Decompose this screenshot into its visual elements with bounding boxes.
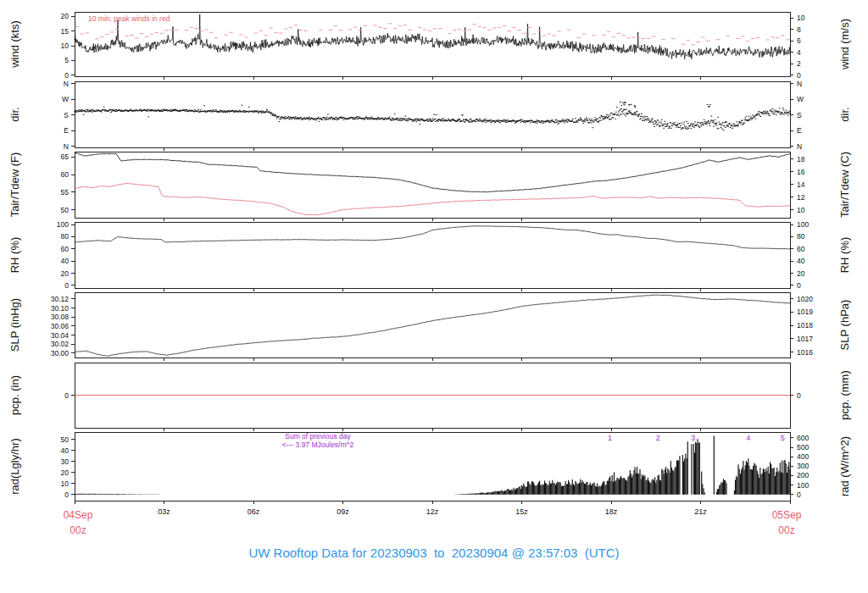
wind-dir-dot	[609, 119, 610, 120]
wind-dir-dot	[511, 121, 513, 122]
wind-dir-dot	[188, 111, 190, 112]
wind-dir-dot	[136, 109, 138, 110]
wind-dir-dot	[718, 128, 720, 129]
ytick-label: 100	[797, 481, 809, 490]
wind-dir-dot	[549, 120, 551, 121]
wind-dir-dot	[760, 112, 762, 113]
wind-dir-dot	[753, 118, 754, 119]
wind-dir-dot	[399, 118, 401, 119]
ytick-label: 20	[61, 12, 70, 20]
ytick-label: 55	[61, 188, 70, 197]
wind-dir-dot	[699, 122, 701, 123]
xtick-label: 15z	[515, 507, 528, 516]
wind-dir-dot	[269, 112, 270, 113]
wind-dir-dot	[670, 128, 672, 129]
wind-dir-dot	[87, 109, 89, 110]
wind-dir-dot	[458, 120, 459, 121]
wind-dir-dot	[398, 118, 399, 119]
wind-dir-dot	[780, 114, 782, 115]
ytick-label: S	[797, 111, 802, 119]
wind-dir-dot	[105, 109, 107, 110]
ylabel-left-temp: Tair/Tdew (F)	[8, 152, 21, 218]
ytick-label: 10	[61, 42, 70, 50]
wind-dir-dot	[520, 122, 522, 123]
wind-dir-dot	[415, 121, 417, 122]
wind-dir-dot	[594, 117, 596, 118]
wind-dir-dot	[704, 121, 706, 122]
wind-dir-dot	[663, 125, 665, 126]
wind-dir-dot	[697, 124, 698, 125]
wind-dir-dot	[453, 119, 455, 120]
wind-dir-dot	[581, 119, 583, 120]
wind-dir-dot	[745, 119, 747, 120]
wind-dir-dot	[765, 114, 767, 114]
xtick-label: 21z	[694, 507, 707, 516]
wind-dir-dot	[586, 117, 587, 118]
wind-dir-dot	[656, 122, 658, 123]
wind-dir-dot	[576, 122, 577, 123]
wind-dir-dot	[91, 110, 92, 111]
wind-dir-dot	[786, 110, 787, 111]
wind-dir-dot	[287, 117, 289, 118]
wind-dir-dot	[620, 102, 621, 103]
wind-dir-dot	[634, 112, 636, 113]
wind-dir-dot	[786, 114, 787, 114]
wind-dir-dot	[434, 114, 436, 115]
ytick-label: 5	[64, 56, 69, 64]
wind-dir-dot	[373, 118, 375, 119]
wind-dir-dot	[654, 120, 656, 121]
wind-dir-dot	[707, 104, 709, 105]
wind-dir-dot	[637, 111, 638, 112]
wind-dir-dot	[615, 112, 617, 113]
wind-dir-dot	[752, 115, 754, 116]
wind-dir-dot	[663, 128, 665, 129]
wind-dir-dot	[760, 116, 762, 117]
wind-dir-dot	[530, 122, 531, 123]
wind-dir-dot	[787, 115, 789, 116]
ytick-label: 0	[64, 71, 69, 80]
wind-dir-dot	[285, 116, 287, 117]
wind-dir-dot	[464, 119, 465, 120]
wind-dir-dot	[604, 119, 605, 119]
wind-dir-dot	[566, 121, 568, 122]
ytick-label: N	[797, 80, 802, 88]
wind-dir-dot	[388, 118, 390, 119]
wind-dir-dot	[765, 111, 766, 112]
wind-dir-dot	[155, 109, 157, 110]
wind-dir-dot	[558, 124, 559, 125]
wind-dir-dot	[646, 119, 648, 120]
wind-dir-dot	[775, 112, 776, 113]
wind-dir-dot	[654, 124, 655, 125]
wind-dir-dot	[576, 122, 578, 123]
wind-dir-dot	[291, 117, 292, 118]
wind-dir-dot	[782, 114, 783, 114]
wind-dir-dot	[570, 121, 572, 122]
ytick-label: 40	[61, 446, 70, 455]
wind-dir-dot	[785, 113, 787, 114]
wind-dir-dot	[161, 109, 163, 110]
wind-dir-dot	[758, 111, 760, 112]
wind-dir-dot	[671, 125, 673, 126]
wind-dir-dot	[174, 110, 175, 111]
rad-hour-marker: 3	[691, 434, 695, 442]
ytick-label: 20	[61, 468, 70, 477]
ytick-label: 60	[61, 170, 70, 179]
wind-dir-dot	[740, 122, 742, 123]
slp-line	[75, 295, 790, 356]
wind-dir-dot	[275, 115, 277, 116]
wind-dir-dot	[562, 119, 564, 119]
wind-dir-dot	[712, 122, 714, 123]
wind-dir-dot	[147, 111, 148, 112]
ytick-label: 1017	[797, 335, 813, 343]
wind-dir-dot	[621, 108, 623, 109]
ytick-label: 300	[797, 462, 809, 470]
wind-dir-dot	[659, 125, 661, 126]
wind-dir-dot	[526, 121, 527, 122]
wind-dir-dot	[492, 120, 493, 121]
wind-dir-dot	[634, 105, 636, 106]
wind-dir-dot	[128, 111, 130, 112]
xtick-label: 18z	[605, 507, 618, 516]
wind-dir-dot	[633, 114, 635, 114]
wind-dir-dot	[430, 119, 431, 119]
wind-dir-dot	[364, 118, 366, 119]
